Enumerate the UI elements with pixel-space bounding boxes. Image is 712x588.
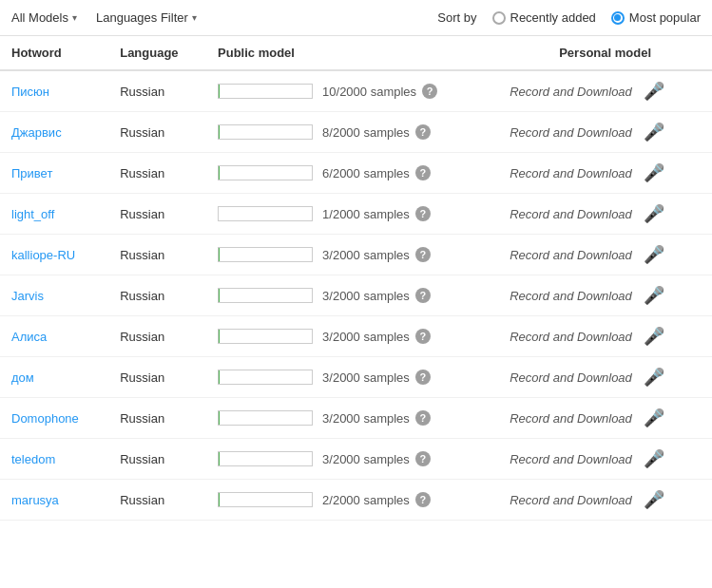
language-cell: Russian <box>108 275 206 316</box>
personal-model-cell: Record and Download 🎤 <box>498 439 712 480</box>
samples-count: 3/2000 samples <box>322 452 410 466</box>
top-bar-filters: All Models ▾ Languages Filter ▾ <box>11 10 197 25</box>
mic-icon[interactable]: 🎤 <box>644 162 664 183</box>
table-row: light_off Russian 1/2000 samples ? Recor… <box>0 194 712 235</box>
hotword-link[interactable]: Domophone <box>11 411 79 426</box>
public-model-cell: 3/2000 samples ? <box>206 235 498 275</box>
top-bar: All Models ▾ Languages Filter ▾ Sort by … <box>0 0 712 36</box>
all-models-dropdown[interactable]: All Models ▾ <box>11 10 77 25</box>
all-models-label: All Models <box>11 10 68 25</box>
hotword-cell: Jarvis <box>0 275 108 316</box>
record-download-label: Record and Download <box>510 452 632 466</box>
language-cell: Russian <box>108 70 206 112</box>
samples-count: 8/2000 samples <box>322 125 410 140</box>
table-header-row: Hotword Language Public model Personal m… <box>0 36 712 70</box>
mic-icon[interactable]: 🎤 <box>644 448 664 469</box>
hotword-link[interactable]: Jarvis <box>11 289 44 303</box>
samples-count: 3/2000 samples <box>322 370 410 385</box>
table-row: дом Russian 3/2000 samples ? Record and … <box>0 357 712 398</box>
hotword-link[interactable]: Алиса <box>11 330 47 344</box>
most-popular-label: Most popular <box>629 10 701 25</box>
public-model-cell: 6/2000 samples ? <box>206 153 498 194</box>
record-download-label: Record and Download <box>510 289 632 303</box>
help-icon[interactable]: ? <box>422 84 437 99</box>
mic-icon[interactable]: 🎤 <box>644 489 664 510</box>
table-row: Писюн Russian 10/2000 samples ? Record a… <box>0 70 712 112</box>
table-row: kalliope-RU Russian 3/2000 samples ? Rec… <box>0 235 712 275</box>
language-cell: Russian <box>108 480 206 521</box>
public-model-cell: 8/2000 samples ? <box>206 112 498 153</box>
samples-count: 1/2000 samples <box>322 207 410 221</box>
mic-icon[interactable]: 🎤 <box>644 81 664 102</box>
hotword-link[interactable]: Привет <box>11 166 52 180</box>
mic-icon[interactable]: 🎤 <box>644 203 664 224</box>
languages-filter-label: Languages Filter <box>96 10 188 25</box>
table-row: teledom Russian 3/2000 samples ? Record … <box>0 439 712 480</box>
hotword-link[interactable]: Писюн <box>11 85 49 99</box>
samples-count: 10/2000 samples <box>322 85 416 99</box>
all-models-chevron-icon: ▾ <box>72 12 77 23</box>
public-model-cell: 3/2000 samples ? <box>206 439 498 480</box>
samples-count: 2/2000 samples <box>322 493 410 507</box>
help-icon[interactable]: ? <box>415 410 431 426</box>
samples-info: 2/2000 samples ? <box>322 492 431 507</box>
samples-info: 8/2000 samples ? <box>322 124 431 140</box>
progress-bar <box>218 247 313 262</box>
help-icon[interactable]: ? <box>415 451 431 466</box>
mic-icon[interactable]: 🎤 <box>644 408 664 428</box>
help-icon[interactable]: ? <box>415 247 431 262</box>
hotword-link[interactable]: kalliope-RU <box>11 248 75 262</box>
public-model-cell: 1/2000 samples ? <box>206 194 498 235</box>
language-header: Language <box>108 36 206 70</box>
samples-info: 3/2000 samples ? <box>322 329 431 344</box>
personal-model-cell: Record and Download 🎤 <box>498 235 712 275</box>
public-model-header: Public model <box>206 36 498 70</box>
hotword-link[interactable]: дом <box>11 370 34 385</box>
help-icon[interactable]: ? <box>415 206 431 221</box>
help-icon[interactable]: ? <box>415 165 431 180</box>
samples-info: 6/2000 samples ? <box>322 165 431 180</box>
hotword-link[interactable]: light_off <box>11 207 54 221</box>
record-download-label: Record and Download <box>510 166 632 180</box>
personal-model-cell: Record and Download 🎤 <box>498 153 712 194</box>
help-icon[interactable]: ? <box>415 492 431 507</box>
progress-bar <box>218 329 313 344</box>
samples-info: 3/2000 samples ? <box>322 410 431 426</box>
hotword-cell: kalliope-RU <box>0 235 108 275</box>
samples-count: 6/2000 samples <box>322 166 410 180</box>
recently-added-option[interactable]: Recently added <box>492 10 596 25</box>
mic-icon[interactable]: 🎤 <box>644 326 664 347</box>
samples-info: 3/2000 samples ? <box>322 370 431 385</box>
record-download-label: Record and Download <box>510 330 632 344</box>
personal-model-cell: Record and Download 🎤 <box>498 70 712 112</box>
mic-icon[interactable]: 🎤 <box>644 367 664 388</box>
progress-bar <box>218 410 313 426</box>
public-model-cell: 3/2000 samples ? <box>206 398 498 439</box>
language-cell: Russian <box>108 112 206 153</box>
public-model-cell: 3/2000 samples ? <box>206 357 498 398</box>
progress-bar <box>218 124 313 140</box>
mic-icon[interactable]: 🎤 <box>644 122 664 142</box>
samples-count: 3/2000 samples <box>322 289 410 303</box>
hotword-link[interactable]: marusya <box>11 493 59 507</box>
hotword-link[interactable]: teledom <box>11 452 55 466</box>
help-icon[interactable]: ? <box>415 288 431 303</box>
hotword-cell: Алиса <box>0 316 108 357</box>
personal-model-cell: Record and Download 🎤 <box>498 316 712 357</box>
most-popular-option[interactable]: Most popular <box>611 10 701 25</box>
progress-bar <box>218 370 313 385</box>
samples-info: 10/2000 samples ? <box>322 84 437 99</box>
recently-added-radio[interactable] <box>492 11 506 25</box>
help-icon[interactable]: ? <box>415 370 431 385</box>
mic-icon[interactable]: 🎤 <box>644 244 664 265</box>
mic-icon[interactable]: 🎤 <box>644 285 664 306</box>
public-model-cell: 3/2000 samples ? <box>206 275 498 316</box>
help-icon[interactable]: ? <box>415 329 431 344</box>
sort-section: Sort by Recently added Most popular <box>437 10 701 25</box>
language-cell: Russian <box>108 316 206 357</box>
hotword-link[interactable]: Джарвис <box>11 125 62 140</box>
samples-info: 1/2000 samples ? <box>322 206 431 221</box>
help-icon[interactable]: ? <box>415 124 431 140</box>
most-popular-radio[interactable] <box>611 11 625 25</box>
languages-filter-dropdown[interactable]: Languages Filter ▾ <box>96 10 197 25</box>
